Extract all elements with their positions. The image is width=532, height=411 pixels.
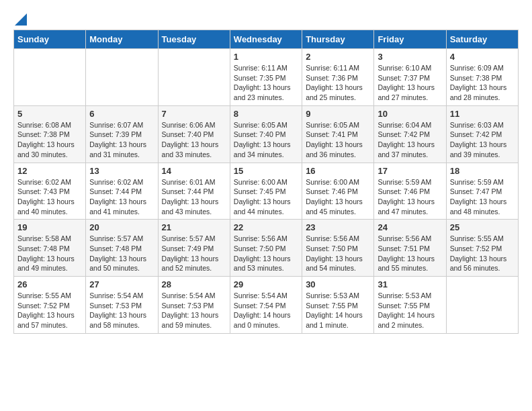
day-info: Sunrise: 6:05 AMSunset: 7:40 PMDaylight:… — [234, 120, 298, 160]
day-cell: 27Sunrise: 5:54 AMSunset: 7:53 PMDayligh… — [86, 277, 158, 334]
day-cell: 7Sunrise: 6:06 AMSunset: 7:40 PMDaylight… — [158, 105, 230, 163]
header-row: SundayMondayTuesdayWednesdayThursdayFrid… — [14, 30, 519, 49]
day-info: Sunrise: 6:11 AMSunset: 7:36 PMDaylight:… — [306, 63, 370, 103]
day-cell: 8Sunrise: 6:05 AMSunset: 7:40 PMDaylight… — [230, 105, 302, 163]
day-number: 5 — [17, 109, 82, 119]
day-cell — [14, 49, 86, 106]
day-cell: 4Sunrise: 6:09 AMSunset: 7:38 PMDaylight… — [446, 49, 518, 106]
calendar-table: SundayMondayTuesdayWednesdayThursdayFrid… — [13, 30, 519, 334]
day-number: 28 — [162, 279, 226, 289]
day-info: Sunrise: 6:00 AMSunset: 7:46 PMDaylight:… — [306, 177, 370, 217]
day-info: Sunrise: 6:03 AMSunset: 7:42 PMDaylight:… — [450, 120, 515, 160]
day-info: Sunrise: 5:55 AMSunset: 7:52 PMDaylight:… — [17, 291, 82, 330]
day-info: Sunrise: 5:58 AMSunset: 7:48 PMDaylight:… — [17, 234, 82, 273]
day-cell: 5Sunrise: 6:08 AMSunset: 7:38 PMDaylight… — [14, 105, 86, 163]
day-cell: 18Sunrise: 5:59 AMSunset: 7:47 PMDayligh… — [446, 163, 518, 220]
day-number: 11 — [450, 109, 515, 119]
day-cell: 19Sunrise: 5:58 AMSunset: 7:48 PMDayligh… — [14, 220, 86, 277]
day-info: Sunrise: 5:56 AMSunset: 7:50 PMDaylight:… — [306, 234, 370, 273]
day-cell: 16Sunrise: 6:00 AMSunset: 7:46 PMDayligh… — [302, 163, 374, 220]
day-cell: 26Sunrise: 5:55 AMSunset: 7:52 PMDayligh… — [14, 277, 86, 334]
day-number: 23 — [306, 222, 370, 232]
day-number: 26 — [17, 279, 82, 289]
week-row-3: 12Sunrise: 6:02 AMSunset: 7:43 PMDayligh… — [14, 163, 519, 220]
day-cell: 25Sunrise: 5:55 AMSunset: 7:52 PMDayligh… — [446, 220, 518, 277]
day-info: Sunrise: 6:08 AMSunset: 7:38 PMDaylight:… — [17, 120, 82, 160]
day-info: Sunrise: 5:55 AMSunset: 7:52 PMDaylight:… — [450, 234, 515, 273]
day-info: Sunrise: 5:56 AMSunset: 7:51 PMDaylight:… — [378, 234, 442, 273]
header-cell-monday: Monday — [86, 30, 158, 49]
day-number: 1 — [234, 52, 298, 62]
day-number: 13 — [89, 166, 154, 176]
week-row-2: 5Sunrise: 6:08 AMSunset: 7:38 PMDaylight… — [14, 105, 519, 163]
day-info: Sunrise: 6:07 AMSunset: 7:39 PMDaylight:… — [89, 120, 154, 160]
day-number: 21 — [162, 222, 226, 232]
day-info: Sunrise: 6:02 AMSunset: 7:43 PMDaylight:… — [17, 177, 82, 217]
header-cell-friday: Friday — [374, 30, 446, 49]
day-info: Sunrise: 5:53 AMSunset: 7:55 PMDaylight:… — [306, 291, 370, 330]
header-cell-wednesday: Wednesday — [230, 30, 302, 49]
day-cell: 24Sunrise: 5:56 AMSunset: 7:51 PMDayligh… — [374, 220, 446, 277]
day-info: Sunrise: 6:11 AMSunset: 7:35 PMDaylight:… — [234, 63, 298, 103]
day-cell: 23Sunrise: 5:56 AMSunset: 7:50 PMDayligh… — [302, 220, 374, 277]
day-cell: 10Sunrise: 6:04 AMSunset: 7:42 PMDayligh… — [374, 105, 446, 163]
day-number: 17 — [378, 166, 442, 176]
day-cell: 13Sunrise: 6:02 AMSunset: 7:44 PMDayligh… — [86, 163, 158, 220]
day-number: 19 — [17, 222, 82, 232]
day-cell — [86, 49, 158, 106]
header-cell-tuesday: Tuesday — [158, 30, 230, 49]
day-cell: 21Sunrise: 5:57 AMSunset: 7:49 PMDayligh… — [158, 220, 230, 277]
day-number: 18 — [450, 166, 515, 176]
page-header — [13, 13, 519, 23]
day-cell: 11Sunrise: 6:03 AMSunset: 7:42 PMDayligh… — [446, 105, 518, 163]
day-info: Sunrise: 5:57 AMSunset: 7:49 PMDaylight:… — [162, 234, 226, 273]
day-info: Sunrise: 6:05 AMSunset: 7:41 PMDaylight:… — [306, 120, 370, 160]
day-cell: 12Sunrise: 6:02 AMSunset: 7:43 PMDayligh… — [14, 163, 86, 220]
day-number: 24 — [378, 222, 442, 232]
day-number: 22 — [234, 222, 298, 232]
day-number: 14 — [162, 166, 226, 176]
day-number: 25 — [450, 222, 515, 232]
header-cell-saturday: Saturday — [446, 30, 518, 49]
day-info: Sunrise: 6:06 AMSunset: 7:40 PMDaylight:… — [162, 120, 226, 160]
day-number: 4 — [450, 52, 515, 62]
day-info: Sunrise: 5:56 AMSunset: 7:50 PMDaylight:… — [234, 234, 298, 273]
day-cell: 20Sunrise: 5:57 AMSunset: 7:48 PMDayligh… — [86, 220, 158, 277]
week-row-5: 26Sunrise: 5:55 AMSunset: 7:52 PMDayligh… — [14, 277, 519, 334]
day-info: Sunrise: 6:00 AMSunset: 7:45 PMDaylight:… — [234, 177, 298, 217]
day-number: 16 — [306, 166, 370, 176]
svg-marker-0 — [15, 13, 27, 26]
logo — [13, 13, 28, 23]
day-info: Sunrise: 6:01 AMSunset: 7:44 PMDaylight:… — [162, 177, 226, 217]
day-cell: 2Sunrise: 6:11 AMSunset: 7:36 PMDaylight… — [302, 49, 374, 106]
day-number: 12 — [17, 166, 82, 176]
day-info: Sunrise: 5:59 AMSunset: 7:47 PMDaylight:… — [450, 177, 515, 217]
day-number: 7 — [162, 109, 226, 119]
day-cell: 29Sunrise: 5:54 AMSunset: 7:54 PMDayligh… — [230, 277, 302, 334]
day-cell: 9Sunrise: 6:05 AMSunset: 7:41 PMDaylight… — [302, 105, 374, 163]
day-number: 6 — [89, 109, 154, 119]
day-cell: 14Sunrise: 6:01 AMSunset: 7:44 PMDayligh… — [158, 163, 230, 220]
day-number: 29 — [234, 279, 298, 289]
day-number: 8 — [234, 109, 298, 119]
day-cell: 1Sunrise: 6:11 AMSunset: 7:35 PMDaylight… — [230, 49, 302, 106]
day-cell: 17Sunrise: 5:59 AMSunset: 7:46 PMDayligh… — [374, 163, 446, 220]
week-row-4: 19Sunrise: 5:58 AMSunset: 7:48 PMDayligh… — [14, 220, 519, 277]
day-info: Sunrise: 6:04 AMSunset: 7:42 PMDaylight:… — [378, 120, 442, 160]
day-cell: 3Sunrise: 6:10 AMSunset: 7:37 PMDaylight… — [374, 49, 446, 106]
day-number: 10 — [378, 109, 442, 119]
day-info: Sunrise: 5:54 AMSunset: 7:53 PMDaylight:… — [162, 291, 226, 330]
day-number: 31 — [378, 279, 442, 289]
day-info: Sunrise: 5:57 AMSunset: 7:48 PMDaylight:… — [89, 234, 154, 273]
day-info: Sunrise: 5:53 AMSunset: 7:55 PMDaylight:… — [378, 291, 442, 330]
logo-triangle-icon — [15, 13, 27, 26]
day-cell: 22Sunrise: 5:56 AMSunset: 7:50 PMDayligh… — [230, 220, 302, 277]
day-cell: 28Sunrise: 5:54 AMSunset: 7:53 PMDayligh… — [158, 277, 230, 334]
day-cell: 6Sunrise: 6:07 AMSunset: 7:39 PMDaylight… — [86, 105, 158, 163]
day-cell: 30Sunrise: 5:53 AMSunset: 7:55 PMDayligh… — [302, 277, 374, 334]
header-cell-sunday: Sunday — [14, 30, 86, 49]
day-number: 20 — [89, 222, 154, 232]
day-info: Sunrise: 6:02 AMSunset: 7:44 PMDaylight:… — [89, 177, 154, 217]
day-info: Sunrise: 6:09 AMSunset: 7:38 PMDaylight:… — [450, 63, 515, 103]
day-number: 27 — [89, 279, 154, 289]
